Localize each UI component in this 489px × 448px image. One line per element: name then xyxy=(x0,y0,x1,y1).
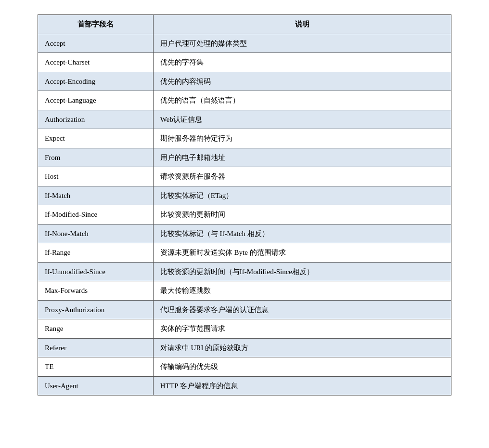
header-field-desc: 用户的电子邮箱地址 xyxy=(153,148,451,167)
header-field-name: If-Unmodified-Since xyxy=(38,262,154,281)
table-row: If-Range资源未更新时发送实体 Byte 的范围请求 xyxy=(38,243,451,263)
table-row: Accept-Charset优先的字符集 xyxy=(38,53,451,72)
table-row: Max-Forwards最大传输逐跳数 xyxy=(38,281,451,301)
table-row: Accept-Language优先的语言（自然语言） xyxy=(38,91,451,110)
header-field-name: Expect xyxy=(38,129,154,148)
header-col-name: 首部字段名 xyxy=(38,15,154,34)
table-row: Referer对请求中 URI 的原始获取方 xyxy=(38,338,451,357)
header-field-name: Accept-Language xyxy=(38,91,154,110)
header-field-desc: 比较实体标记（ETag） xyxy=(153,186,451,205)
header-field-name: If-None-Match xyxy=(38,224,154,243)
header-field-name: Proxy-Authorization xyxy=(38,300,154,319)
table-row: If-Unmodified-Since比较资源的更新时间（与If-Modifie… xyxy=(38,262,451,281)
header-field-desc: 比较资源的更新时间（与If-Modified-Since相反） xyxy=(153,262,451,281)
header-field-name: Host xyxy=(38,167,154,186)
main-table-container: 首部字段名 说明 Accept用户代理可处理的媒体类型Accept-Charse… xyxy=(38,14,451,395)
header-col-desc: 说明 xyxy=(153,15,451,34)
table-row: Expect期待服务器的特定行为 xyxy=(38,129,451,148)
table-row: If-Modified-Since比较资源的更新时间 xyxy=(38,205,451,224)
header-field-desc: 请求资源所在服务器 xyxy=(153,167,451,186)
header-field-desc: 代理服务器要求客户端的认证信息 xyxy=(153,300,451,319)
table-row: If-Match比较实体标记（ETag） xyxy=(38,186,451,205)
header-field-desc: 传输编码的优先级 xyxy=(153,357,451,377)
table-row: AuthorizationWeb认证信息 xyxy=(38,110,451,129)
header-field-desc: 用户代理可处理的媒体类型 xyxy=(153,34,451,53)
header-field-desc: 最大传输逐跳数 xyxy=(153,281,451,301)
header-field-desc: 资源未更新时发送实体 Byte 的范围请求 xyxy=(153,243,451,263)
table-row: TE传输编码的优先级 xyxy=(38,357,451,377)
table-row: Accept-Encoding优先的内容编码 xyxy=(38,72,451,91)
header-field-name: TE xyxy=(38,357,154,377)
header-field-name: If-Match xyxy=(38,186,154,205)
header-field-desc: 比较资源的更新时间 xyxy=(153,205,451,224)
header-field-name: Referer xyxy=(38,338,154,357)
header-field-name: Max-Forwards xyxy=(38,281,154,301)
header-field-name: Authorization xyxy=(38,110,154,129)
header-field-desc: 对请求中 URI 的原始获取方 xyxy=(153,338,451,357)
table-row: If-None-Match比较实体标记（与 If-Match 相反） xyxy=(38,224,451,243)
header-field-desc: 期待服务器的特定行为 xyxy=(153,129,451,148)
table-row: Accept用户代理可处理的媒体类型 xyxy=(38,34,451,53)
header-field-desc: 比较实体标记（与 If-Match 相反） xyxy=(153,224,451,243)
header-field-name: If-Modified-Since xyxy=(38,205,154,224)
header-field-desc: 优先的语言（自然语言） xyxy=(153,91,451,110)
table-row: Proxy-Authorization代理服务器要求客户端的认证信息 xyxy=(38,300,451,319)
header-field-name: Range xyxy=(38,319,154,339)
header-field-desc: 优先的字符集 xyxy=(153,53,451,72)
header-field-name: User-Agent xyxy=(38,376,154,395)
header-field-name: From xyxy=(38,148,154,167)
header-field-name: If-Range xyxy=(38,243,154,263)
http-headers-table: 首部字段名 说明 Accept用户代理可处理的媒体类型Accept-Charse… xyxy=(38,14,451,395)
table-header-row: 首部字段名 说明 xyxy=(38,15,451,34)
header-field-name: Accept xyxy=(38,34,154,53)
table-row: User-AgentHTTP 客户端程序的信息 xyxy=(38,376,451,395)
header-field-desc: 优先的内容编码 xyxy=(153,72,451,91)
header-field-name: Accept-Charset xyxy=(38,53,154,72)
header-field-desc: Web认证信息 xyxy=(153,110,451,129)
table-row: Range实体的字节范围请求 xyxy=(38,319,451,339)
table-row: Host请求资源所在服务器 xyxy=(38,167,451,186)
header-field-desc: HTTP 客户端程序的信息 xyxy=(153,376,451,395)
header-field-name: Accept-Encoding xyxy=(38,72,154,91)
header-field-desc: 实体的字节范围请求 xyxy=(153,319,451,339)
table-row: From用户的电子邮箱地址 xyxy=(38,148,451,167)
